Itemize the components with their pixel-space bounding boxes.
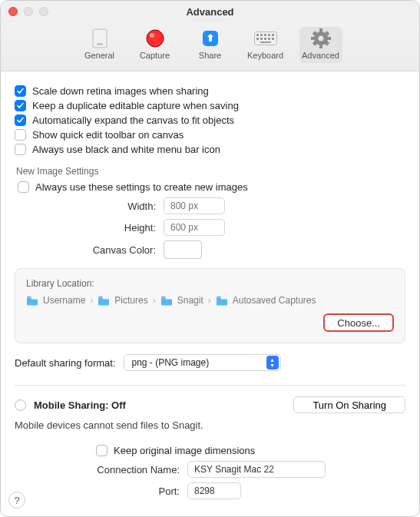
svg-rect-7 [256,34,259,36]
width-label: Width: [18,201,164,212]
label-duplicate-capture: Keep a duplicate editable capture when s… [32,100,239,111]
height-input[interactable] [164,219,225,236]
svg-rect-23 [327,37,331,40]
svg-rect-10 [268,34,270,36]
canvas-color-label: Canvas Color: [18,244,164,256]
crumb-seg: Username [43,295,85,306]
svg-rect-13 [260,38,263,40]
titlebar: Advanced [1,1,419,22]
crumb-seg: Snagit [177,295,203,306]
tab-advanced-label: Advanced [299,51,342,60]
svg-rect-21 [319,45,322,48]
folder-icon [216,296,228,306]
width-input[interactable] [164,197,225,214]
svg-rect-8 [260,34,263,36]
library-location-title: Library Location: [26,278,394,289]
chevron-right-icon: › [90,295,93,306]
prefs-toolbar: General Capture Share Keyboard Advanced [1,22,419,71]
crumb-seg: Pictures [114,295,147,306]
port-input[interactable] [187,482,241,499]
checkbox-expand-canvas[interactable] [15,114,26,126]
gear-icon [309,28,333,48]
tab-capture[interactable]: Capture [134,27,177,63]
window-title: Advanced [1,6,419,18]
checkbox-keep-original-dimensions[interactable] [96,445,107,456]
select-value: png - (PNG image) [132,357,210,368]
default-sharing-format-label: Default sharing format: [15,357,116,369]
new-image-section-title: New Image Settings [15,166,405,177]
divider [15,385,405,386]
zoom-window-button[interactable] [39,7,48,16]
svg-rect-9 [264,34,266,36]
mobile-sharing-radio[interactable] [15,399,26,411]
checkbox-scale-retina[interactable] [15,85,26,97]
svg-rect-16 [272,38,274,40]
share-icon [198,28,223,48]
checkbox-quick-edit[interactable] [15,129,26,141]
tab-general-label: General [78,51,121,60]
checkbox-bw-menubar[interactable] [15,144,26,155]
svg-rect-11 [272,34,274,36]
chevron-right-icon: › [153,295,156,306]
help-button[interactable]: ? [8,492,25,509]
svg-point-4 [150,33,154,38]
folder-icon [160,296,173,306]
mobile-sharing-title: Mobile Sharing: Off [34,399,126,411]
svg-rect-14 [264,38,266,40]
checkbox-always-use-settings[interactable] [18,181,29,193]
mobile-sharing-desc: Mobile devices cannot send files to Snag… [15,419,405,431]
svg-rect-22 [311,37,315,40]
connection-name-label: Connection Name: [15,464,187,476]
canvas-color-swatch[interactable] [164,240,202,259]
window-controls [8,7,48,16]
checkbox-duplicate-capture[interactable] [15,100,26,111]
svg-rect-17 [260,41,271,43]
library-location-box: Library Location: Username › Pictures › … [15,268,405,343]
height-label: Height: [18,222,164,234]
tab-share-label: Share [189,51,232,60]
choose-library-button[interactable]: Choose... [323,313,394,332]
default-sharing-format-select[interactable]: png - (PNG image) ▲▼ [124,354,281,371]
close-window-button[interactable] [8,7,18,16]
svg-rect-12 [256,38,259,40]
port-label: Port: [15,486,187,497]
crumb-seg: Autosaved Captures [233,295,316,306]
label-always-use-settings: Always use these settings to create new … [35,181,248,193]
tab-keyboard[interactable]: Keyboard [244,27,287,63]
tab-capture-label: Capture [134,51,177,60]
minimize-window-button[interactable] [24,7,33,16]
folder-icon [26,296,38,306]
svg-rect-1 [97,43,103,45]
turn-on-sharing-button[interactable]: Turn On Sharing [293,396,405,413]
tab-general[interactable]: General [78,27,121,63]
library-breadcrumb: Username › Pictures › Snagit › Autosaved… [26,295,394,306]
label-bw-menubar: Always use black and white menu bar icon [32,144,220,155]
capture-icon [143,28,167,48]
chevron-right-icon: › [208,295,211,306]
connection-name-input[interactable] [187,461,326,478]
folder-icon [98,296,110,306]
label-keep-original-dimensions: Keep original image dimensions [114,445,255,456]
label-scale-retina: Scale down retina images when sharing [32,85,209,97]
tab-share[interactable]: Share [189,27,232,63]
svg-rect-20 [319,28,322,32]
svg-rect-15 [268,38,270,40]
tab-keyboard-label: Keyboard [244,51,287,60]
tab-advanced[interactable]: Advanced [299,27,342,63]
updown-icon: ▲▼ [266,356,279,370]
general-icon [88,28,112,48]
svg-point-19 [318,36,323,41]
label-expand-canvas: Automatically expand the canvas to fit o… [32,114,234,126]
keyboard-icon [253,28,278,48]
label-quick-edit: Show quick edit toolbar on canvas [32,129,184,141]
